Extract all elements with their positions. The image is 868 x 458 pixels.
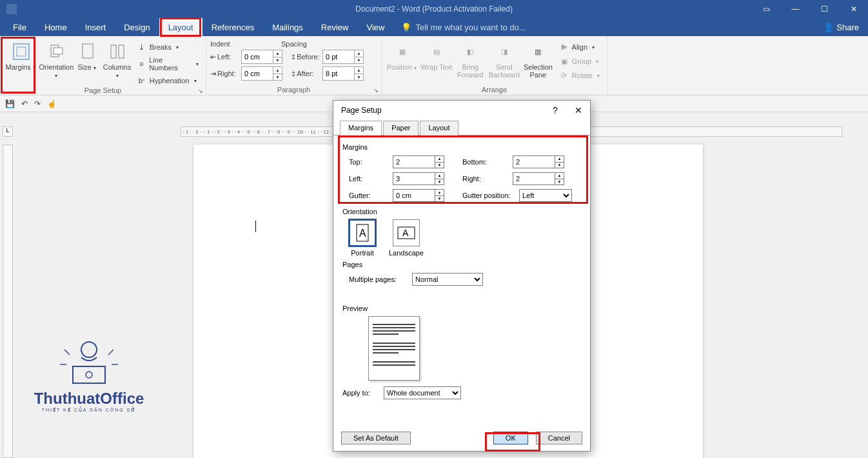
- landscape-option[interactable]: A Landscape: [389, 219, 424, 257]
- portrait-option[interactable]: A Portrait: [349, 219, 376, 257]
- apply-to-select[interactable]: Whole document: [384, 386, 461, 399]
- paragraph-launcher-icon[interactable]: ↘: [373, 87, 379, 94]
- hyphenation-button[interactable]: bᶜHyphenation▾: [135, 75, 202, 86]
- ribbon: Margins▾ Orientation▾ Size▾ Columns▾ ⤓Br…: [0, 36, 868, 95]
- wrap-text-button[interactable]: ▤Wrap Text: [420, 37, 454, 71]
- svg-text:A: A: [402, 228, 409, 238]
- dialog-tab-paper[interactable]: Paper: [383, 121, 419, 135]
- ribbon-tabs: File Home Insert Design Layout Reference…: [0, 18, 868, 36]
- svg-text:A: A: [359, 228, 366, 239]
- svg-rect-4: [54, 48, 63, 54]
- dialog-tab-layout[interactable]: Layout: [420, 121, 458, 135]
- align-icon: ⊫: [559, 42, 569, 52]
- gutter-input[interactable]: ▲▼: [393, 189, 444, 202]
- indent-right-icon: ⇥: [210, 70, 216, 78]
- svg-rect-6: [111, 45, 116, 58]
- dialog-help-button[interactable]: ?: [544, 101, 567, 120]
- bottom-input[interactable]: ▲▼: [513, 155, 564, 168]
- tab-file[interactable]: File: [4, 18, 35, 36]
- line-numbers-button[interactable]: ≡Line Numbers▾: [135, 55, 202, 72]
- indent-left-icon: ⇤: [210, 53, 216, 61]
- gutter-position-label: Gutter position:: [449, 192, 514, 199]
- cancel-button[interactable]: Cancel: [536, 432, 582, 444]
- group-button[interactable]: ▣Group▾: [558, 55, 603, 67]
- right-input[interactable]: ▲▼: [513, 172, 564, 185]
- tab-mailings[interactable]: Mailings: [263, 18, 312, 36]
- breaks-icon: ⤓: [137, 42, 147, 52]
- vertical-ruler[interactable]: [3, 144, 13, 458]
- gutter-position-select[interactable]: Left: [519, 189, 572, 202]
- dialog-close-button[interactable]: ✕: [567, 101, 590, 120]
- right-label: Right:: [449, 175, 508, 183]
- columns-button[interactable]: Columns▾: [101, 37, 132, 79]
- window-title: Document2 - Word (Product Activation Fai…: [355, 5, 513, 14]
- tab-stop-selector[interactable]: L: [3, 126, 13, 137]
- save-icon[interactable]: 💾: [5, 99, 15, 108]
- svg-point-10: [86, 372, 92, 378]
- rotate-button[interactable]: ⟳Rotate▾: [558, 70, 603, 81]
- gutter-label: Gutter:: [349, 192, 388, 199]
- spacing-label: Spacing: [281, 40, 307, 48]
- text-cursor: [255, 221, 256, 232]
- touch-mode-icon[interactable]: ☝: [47, 99, 57, 108]
- position-button[interactable]: ▦Position▾: [386, 37, 420, 71]
- margins-icon: [11, 41, 32, 62]
- minimize-button[interactable]: —: [781, 0, 810, 18]
- send-backward-button[interactable]: ◨Send Backward: [488, 37, 522, 79]
- paragraph-group-label: Paragraph: [277, 86, 310, 94]
- align-button[interactable]: ⊫Align▾: [558, 41, 603, 53]
- arrange-group-label: Arrange: [386, 86, 603, 95]
- tell-me-search[interactable]: 💡 Tell me what you want to do...: [401, 18, 526, 36]
- margins-button[interactable]: Margins▾: [4, 37, 39, 71]
- size-button[interactable]: Size▾: [74, 37, 102, 71]
- size-icon: [77, 41, 98, 62]
- breaks-button[interactable]: ⤓Breaks▾: [135, 41, 202, 53]
- left-input[interactable]: ▲▼: [393, 172, 444, 185]
- svg-rect-0: [6, 4, 17, 14]
- position-icon: ▦: [392, 41, 413, 62]
- orientation-section-label: Orientation: [342, 208, 581, 215]
- ribbon-display-options-icon[interactable]: ▭: [752, 0, 781, 18]
- dialog-tab-margins[interactable]: Margins: [340, 121, 382, 135]
- indent-right-input[interactable]: ▲▼: [241, 66, 282, 81]
- wrap-text-icon: ▤: [426, 41, 447, 62]
- share-icon: 👤: [824, 23, 834, 32]
- tab-view[interactable]: View: [357, 18, 393, 36]
- svg-rect-1: [14, 44, 29, 59]
- maximize-button[interactable]: ☐: [810, 0, 839, 18]
- spacing-after-input[interactable]: ▲▼: [322, 66, 364, 81]
- tab-insert[interactable]: Insert: [76, 18, 115, 36]
- watermark-logo: ThuthuatOffice THIẾT KẾ CỦA DÂN CÔNG SỞ: [14, 335, 164, 413]
- close-button[interactable]: ✕: [839, 0, 868, 18]
- bottom-label: Bottom:: [449, 158, 508, 166]
- multiple-pages-select[interactable]: Normal: [412, 273, 483, 286]
- tab-review[interactable]: Review: [312, 18, 358, 36]
- tab-layout[interactable]: Layout: [159, 18, 202, 36]
- set-as-default-button[interactable]: Set As Default: [341, 432, 411, 444]
- orientation-button[interactable]: Orientation▾: [39, 37, 74, 79]
- spacing-before-input[interactable]: ▲▼: [322, 50, 364, 64]
- apply-to-label: Apply to:: [342, 389, 379, 397]
- tab-design[interactable]: Design: [115, 18, 159, 36]
- indent-left-input[interactable]: ▲▼: [241, 50, 282, 64]
- tab-home[interactable]: Home: [35, 18, 76, 36]
- ok-button[interactable]: OK: [493, 432, 528, 444]
- tab-references[interactable]: References: [202, 18, 263, 36]
- selection-pane-icon: ▥: [528, 41, 548, 62]
- indent-label: Indent: [210, 40, 242, 48]
- share-button[interactable]: 👤 Share: [814, 18, 868, 36]
- svg-point-8: [81, 342, 97, 357]
- send-backward-icon: ◨: [494, 41, 515, 62]
- bring-forward-button[interactable]: ◧Bring Forward: [453, 37, 488, 79]
- redo-icon[interactable]: ↷: [34, 99, 41, 108]
- word-app-icon: [3, 0, 21, 18]
- watermark-name: ThuthuatOffice: [14, 390, 164, 408]
- page-setup-launcher-icon[interactable]: ↘: [198, 88, 203, 94]
- watermark-sub: THIẾT KẾ CỦA DÂN CÔNG SỞ: [14, 408, 164, 413]
- tell-me-placeholder: Tell me what you want to do...: [415, 23, 526, 32]
- svg-rect-9: [73, 366, 105, 383]
- multiple-pages-label: Multiple pages:: [349, 275, 407, 283]
- top-input[interactable]: ▲▼: [393, 155, 444, 168]
- undo-icon[interactable]: ↶: [21, 99, 28, 108]
- selection-pane-button[interactable]: ▥Selection Pane: [521, 37, 555, 79]
